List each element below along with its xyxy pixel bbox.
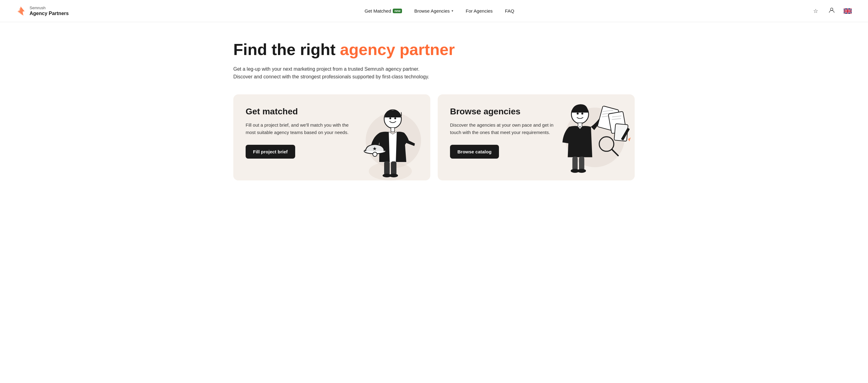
nav-label-browse-agencies: Browse Agencies xyxy=(414,8,450,13)
nav-item-faq[interactable]: FAQ xyxy=(500,6,519,16)
nav-item-for-agencies[interactable]: For Agencies xyxy=(461,6,498,16)
hero-title-accent: agency partner xyxy=(340,41,455,59)
star-icon: ☆ xyxy=(813,8,818,14)
svg-rect-33 xyxy=(572,156,578,170)
user-account-button[interactable] xyxy=(826,5,837,16)
browse-agencies-card-desc: Discover the agencies at your own pace a… xyxy=(450,121,561,136)
hero-title: Find the right agency partner xyxy=(233,41,635,59)
nav-item-browse-agencies[interactable]: Browse Agencies ▾ xyxy=(409,6,458,16)
svg-rect-7 xyxy=(391,128,395,132)
svg-point-14 xyxy=(390,174,398,177)
svg-point-18 xyxy=(582,112,583,114)
get-matched-card-desc: Fill out a project brief, and we'll matc… xyxy=(246,121,356,136)
get-matched-card: Get matched Fill out a project brief, an… xyxy=(233,94,430,180)
nav-label-get-matched: Get Matched xyxy=(365,8,391,13)
header-actions: ☆ xyxy=(810,5,853,16)
nav-label-faq: FAQ xyxy=(505,8,514,13)
svg-point-10 xyxy=(373,152,377,156)
new-badge: new xyxy=(393,9,402,13)
bookmark-button[interactable]: ☆ xyxy=(810,5,821,16)
svg-rect-19 xyxy=(578,123,582,127)
svg-rect-11 xyxy=(384,161,390,175)
logo-product-text: Agency Partners xyxy=(30,10,69,16)
browse-illustration xyxy=(549,94,635,180)
get-matched-card-title: Get matched xyxy=(246,107,356,116)
browse-agencies-card: Browse agencies Discover the agencies at… xyxy=(438,94,635,180)
nav-label-for-agencies: For Agencies xyxy=(466,8,493,13)
hero-subtitle: Get a leg-up with your next marketing pr… xyxy=(233,65,443,81)
logo[interactable]: Semrush Agency Partners xyxy=(15,5,69,17)
svg-text:★: ★ xyxy=(372,146,377,151)
semrush-logo-icon xyxy=(15,5,27,17)
svg-marker-32 xyxy=(628,137,631,141)
svg-point-36 xyxy=(578,169,586,173)
hero-title-text1: Find the right xyxy=(233,41,340,59)
hero-subtitle-line1: Get a leg-up with your next marketing pr… xyxy=(233,66,420,72)
hero-section: Find the right agency partner Get a leg-… xyxy=(219,22,649,193)
browse-catalog-button[interactable]: Browse catalog xyxy=(450,145,499,159)
language-selector-button[interactable] xyxy=(842,5,853,16)
header: Semrush Agency Partners Get Matched new … xyxy=(0,0,868,22)
cards-row: Get matched Fill out a project brief, an… xyxy=(233,94,635,180)
fill-project-brief-button[interactable]: Fill project brief xyxy=(246,145,295,159)
chevron-down-icon: ▾ xyxy=(452,9,454,13)
uk-flag-icon xyxy=(844,8,852,14)
waiter-illustration: ★ xyxy=(344,94,430,180)
main-content: Find the right agency partner Get a leg-… xyxy=(0,22,868,193)
browse-agencies-card-content: Browse agencies Discover the agencies at… xyxy=(450,107,561,159)
svg-point-17 xyxy=(577,112,579,114)
svg-rect-34 xyxy=(579,156,584,170)
svg-point-0 xyxy=(831,8,833,10)
nav-item-get-matched[interactable]: Get Matched new xyxy=(360,6,407,16)
svg-point-5 xyxy=(390,117,391,119)
svg-point-6 xyxy=(394,117,396,119)
get-matched-card-content: Get matched Fill out a project brief, an… xyxy=(246,107,356,159)
svg-rect-12 xyxy=(391,161,397,175)
logo-semrush-text: Semrush xyxy=(30,5,69,10)
user-icon xyxy=(829,7,835,15)
main-nav: Get Matched new Browse Agencies ▾ For Ag… xyxy=(360,6,519,16)
browse-agencies-card-title: Browse agencies xyxy=(450,107,561,116)
hero-subtitle-line2: Discover and connect with the strongest … xyxy=(233,74,429,79)
